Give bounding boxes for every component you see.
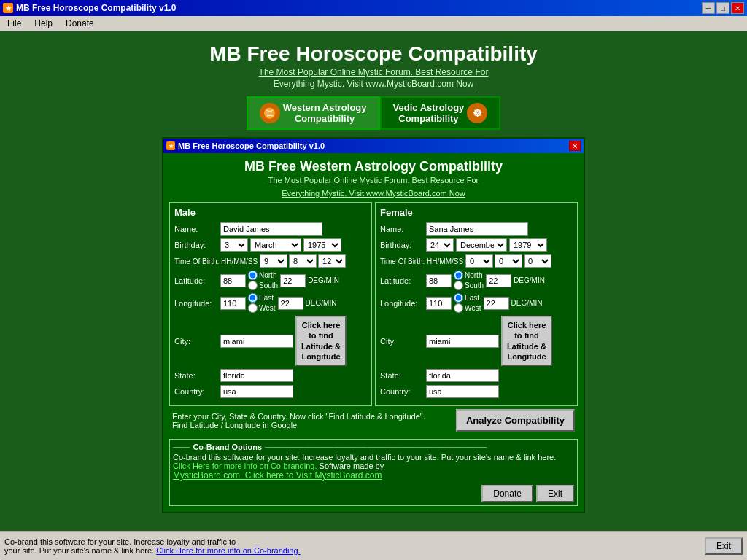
female-lat-north-label[interactable]: North [454,271,484,280]
menu-help[interactable]: Help [31,18,55,29]
tab-vedic-label: Vedic AstrologyCompatibility [393,102,465,124]
male-tob-mm[interactable]: 8 [289,254,317,268]
dialog-subtitle-1[interactable]: The Most Popular Online Mystic Forum. Be… [169,176,578,184]
app-subtitle-1[interactable]: The Most Popular Online Mystic Forum. Be… [259,67,489,77]
female-lon-west-label[interactable]: West [454,303,481,313]
analyze-button[interactable]: Analyze Compatibility [456,409,575,432]
dialog-close-button[interactable]: ✕ [569,141,581,151]
female-lat-label: Latitude: [380,276,424,285]
app-subtitle-2[interactable]: Everything Mystic. Visit www.MysticBoard… [274,79,474,89]
female-lon-degmin: DEG/MIN [511,299,543,307]
female-lat-south-label[interactable]: South [454,281,484,290]
male-lon-east-radio[interactable] [248,293,258,303]
female-tob-row: Time Of Birth: HH/MM/SS 0 0 0 [380,254,573,268]
tab-western-label: Western AstrologyCompatibility [283,102,367,124]
male-lat-south-radio[interactable] [248,281,258,290]
female-country-row: Country: [380,385,573,398]
female-lat-ns-group: North South [454,271,484,290]
male-lat-south-label[interactable]: South [248,281,278,290]
male-bday-month[interactable]: March [250,238,301,252]
dialog-title-bar: ★ MB Free Horoscope Compatibility v1.0 ✕ [163,139,584,153]
male-lat-row: Latitude: North South DEG/MIN [174,271,367,290]
minimize-button[interactable]: ─ [702,2,715,14]
male-city-input[interactable] [220,335,293,348]
female-find-latlon-button[interactable]: Click here to find Latitude & Longitude [501,316,552,366]
tab-vedic[interactable]: Vedic AstrologyCompatibility ☸ [380,96,501,130]
female-lat-north-radio[interactable] [454,271,463,280]
male-lon-west-label[interactable]: West [248,303,276,313]
male-lat-input[interactable] [220,274,246,287]
female-birthday-label: Birthday: [380,241,424,249]
tab-western[interactable]: ♊ Western AstrologyCompatibility [247,96,380,130]
female-city-row: City: Click here to find Latitude & Long… [380,316,573,366]
male-lon-west-radio[interactable] [248,303,258,313]
male-tob-ss[interactable]: 12 [318,254,346,268]
male-lon-deg-input[interactable] [278,297,303,310]
female-name-input[interactable] [426,222,528,236]
female-bday-month[interactable]: December [456,238,507,252]
female-lon-west-radio[interactable] [454,303,463,313]
female-lon-input[interactable] [426,297,452,310]
maximize-button[interactable]: □ [716,2,729,14]
female-lon-east-radio[interactable] [454,293,463,303]
menu-donate[interactable]: Donate [63,18,97,29]
male-bday-day[interactable]: 3 [220,238,248,252]
window-title: MB Free Horoscope Compatibility v1.0 [16,3,176,13]
tab-bar: ♊ Western AstrologyCompatibility Vedic A… [247,96,501,130]
female-tob-mm[interactable]: 0 [495,254,522,268]
female-lon-east-label[interactable]: East [454,293,481,303]
male-lat-north-radio[interactable] [248,271,258,280]
main-content: MB Free Horoscope Compatibility The Most… [0,31,747,521]
female-lat-deg-input[interactable] [486,274,511,287]
female-tob-ss[interactable]: 0 [524,254,551,268]
dialog-exit-button[interactable]: Exit [536,485,574,502]
male-find-latlon-button[interactable]: Click here to find Latitude & Longitude [295,316,347,366]
male-lon-row: Longitude: East West DEG/MIN [174,293,367,313]
female-lat-input[interactable] [426,274,452,287]
dialog-subtitle-2[interactable]: Everything Mystic. Visit www.MysticBoard… [169,189,578,198]
male-tob-hh[interactable]: 9 [260,254,287,268]
female-country-input[interactable] [426,385,499,398]
female-name-label: Name: [380,225,424,233]
female-bday-day[interactable]: 24 [426,238,454,252]
male-lat-north-label[interactable]: North [248,271,278,280]
female-lon-deg-input[interactable] [484,297,509,310]
female-state-input[interactable] [426,369,499,382]
female-bday-year[interactable]: 1979 [509,238,547,252]
cobrand-link-1[interactable]: Click Here for more info on Co-branding. [173,462,317,470]
female-lon-row: Longitude: East West DEG/MIN [380,293,573,313]
menu-bar: File Help Donate [0,16,747,31]
info-text-1: Enter your City, State & Country. Now cl… [172,412,425,421]
form-columns: Male Name: Birthday: 3 March [169,202,578,406]
app-icon: ★ [3,3,13,13]
app-title: MB Free Horoscope Compatibility [209,42,538,66]
male-bday-year[interactable]: 1975 [303,238,341,252]
female-city-input[interactable] [426,335,499,348]
donate-button[interactable]: Donate [481,485,533,502]
male-lat-deg-input[interactable] [280,274,306,287]
male-lat-degmin: DEG/MIN [308,276,339,284]
male-state-input[interactable] [220,369,293,382]
male-lat-ns-group: North South [248,271,278,290]
female-lon-ew-group: East West [454,293,481,313]
male-lon-input[interactable] [220,297,246,310]
male-name-row: Name: [174,222,367,236]
male-birthday-row: Birthday: 3 March 1975 [174,238,367,252]
female-section: Female Name: Birthday: 24 December [375,202,578,406]
female-state-row: State: [380,369,573,382]
female-lat-south-radio[interactable] [454,281,463,290]
male-lon-east-label[interactable]: East [248,293,276,303]
vedic-icon: ☸ [467,103,487,123]
male-country-input[interactable] [220,385,293,398]
male-section: Male Name: Birthday: 3 March [169,202,372,406]
close-button[interactable]: ✕ [731,2,744,14]
menu-file[interactable]: File [4,18,24,29]
female-section-title: Female [380,207,573,218]
cobrand-link-2[interactable]: MysticBoard.com. Click here to Visit Mys… [173,470,382,481]
female-tob-hh[interactable]: 0 [465,254,493,268]
male-name-input[interactable] [220,222,322,236]
female-city-label: City: [380,337,424,346]
dialog-title: MB Free Horoscope Compatibility v1.0 [178,141,325,150]
dialog: ★ MB Free Horoscope Compatibility v1.0 ✕… [162,137,585,513]
bottom-buttons: Donate Exit [173,485,574,502]
